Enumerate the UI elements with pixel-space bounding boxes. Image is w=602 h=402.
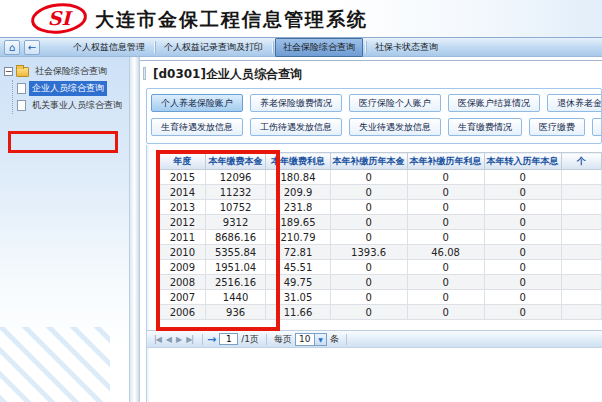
last-page-icon[interactable]: ▶| (186, 335, 193, 344)
tab[interactable]: 失业待遇发放信息 (349, 118, 441, 136)
per-page-select[interactable]: 10 ▼ (295, 333, 327, 346)
table-row[interactable]: 20082516.1649.75000 (160, 275, 602, 290)
table-cell: 0 (484, 200, 561, 215)
table-cell: 0 (407, 215, 484, 230)
table-cell: 2007 (160, 290, 206, 305)
table-cell: 0 (330, 185, 407, 200)
tab[interactable]: 医疗保险个人账户 (349, 94, 441, 112)
menu-item[interactable]: 社会保险综合查询 (275, 38, 363, 57)
sidebar-splitter[interactable] (129, 57, 140, 402)
menu-item[interactable]: 个人权益信息管理 (66, 39, 152, 56)
tree-root-node[interactable]: − 社会保险综合查询 (4, 63, 129, 80)
table-cell: 2010 (160, 245, 206, 260)
column-header[interactable]: 本年补缴历年本金 (330, 153, 407, 170)
per-page-label: 每页 (274, 333, 292, 346)
table-cell: 0 (330, 305, 407, 320)
table-cell: 0 (484, 260, 561, 275)
column-header[interactable]: 本年缴费利息 (266, 153, 330, 170)
table-cell: 12096 (205, 170, 266, 185)
table-row[interactable]: 200693611.66000 (160, 305, 602, 320)
table-cell: 2014 (160, 185, 206, 200)
table-cell: 49.75 (266, 275, 330, 290)
unit-label: 条 (330, 333, 339, 346)
tab[interactable]: 养老保险缴费情况 (250, 94, 342, 112)
table-cell: 11232 (205, 185, 266, 200)
table-row[interactable]: 201512096180.84000 (160, 170, 602, 185)
menu-divider (272, 41, 273, 53)
table-cell: 189.65 (266, 215, 330, 230)
menu-items: 个人权益信息管理个人权益记录查询及打印社会保险综合查询社保卡状态查询 (66, 38, 445, 56)
collapse-icon[interactable]: − (4, 67, 13, 76)
column-header[interactable]: 本年缴费本金 (205, 153, 266, 170)
table-cell: 2006 (160, 305, 206, 320)
tab[interactable]: 生育待遇发放信息 (151, 118, 243, 136)
column-header[interactable]: 年度 (160, 153, 206, 170)
column-header[interactable]: 本年补缴历年利息 (407, 153, 484, 170)
tab[interactable]: 退休养老金 (547, 94, 602, 112)
table-row[interactable]: 20105355.8472.811393.646.080 (160, 245, 602, 260)
table-cell: 0 (407, 290, 484, 305)
tab[interactable]: 个人养老保险账户 (151, 94, 243, 112)
table-row[interactable]: 20091951.0445.51000 (160, 260, 602, 275)
home-icon[interactable]: ⌂ (4, 40, 20, 55)
tab[interactable]: 医保账户结算情况 (448, 94, 540, 112)
menu-divider (365, 41, 366, 53)
table-cell (561, 305, 601, 320)
tree-item[interactable]: 机关事业人员综合查询 (17, 97, 129, 114)
pagination-bar: |◀ ◀ ▶ ▶| → /1页 每页 10 ▼ 条 (147, 330, 602, 348)
app-logo: SI (30, 2, 88, 35)
table-cell: 46.08 (407, 245, 484, 260)
go-to-page-icon[interactable]: → (207, 333, 216, 346)
table-cell: 0 (407, 275, 484, 290)
table-cell: 0 (484, 245, 561, 260)
tab-row-2: 生育待遇发放信息工伤待遇发放信息失业待遇发放信息生育缴费情况医疗缴费大病缴费失业… (151, 118, 601, 136)
table-cell: 8686.16 (205, 230, 266, 245)
menu-item[interactable]: 个人权益记录查询及打印 (157, 39, 270, 56)
next-page-icon[interactable]: ▶ (176, 335, 181, 344)
back-arrow-icon[interactable]: ← (24, 40, 40, 55)
table-cell (561, 290, 601, 305)
table-row[interactable]: 20129312189.65000 (160, 215, 602, 230)
tab[interactable]: 生育缴费情况 (448, 118, 522, 136)
table-cell: 180.84 (266, 170, 330, 185)
table-cell (561, 260, 601, 275)
table-cell (561, 200, 601, 215)
tree-item[interactable]: 企业人员综合查询 (17, 80, 129, 97)
table-cell: 2516.16 (205, 275, 266, 290)
table-cell (561, 215, 601, 230)
table-cell: 0 (330, 200, 407, 215)
column-header[interactable]: 本年转入历年本息 (484, 153, 561, 170)
prev-page-icon[interactable]: ◀ (166, 335, 171, 344)
tab-row-1: 个人养老保险账户养老保险缴费情况医疗保险个人账户医保账户结算情况退休养老金离退休… (151, 94, 601, 112)
first-page-icon[interactable]: |◀ (154, 335, 161, 344)
table-cell (561, 275, 601, 290)
table-cell (561, 185, 601, 200)
per-page-value: 10 (296, 334, 314, 344)
tree-root-label: 社会保险综合查询 (32, 64, 110, 79)
table-row[interactable]: 201310752231.8000 (160, 200, 602, 215)
table-cell: 1440 (205, 290, 266, 305)
table-cell: 10752 (205, 200, 266, 215)
app-header: SI 大连市金保工程信息管理系统 (0, 0, 602, 37)
column-header[interactable]: 个 (561, 153, 601, 170)
page-number-input[interactable] (219, 333, 238, 345)
panel-title: [d0301]企业人员综合查询 (153, 66, 302, 83)
table-cell: 0 (330, 170, 407, 185)
table-cell: 0 (484, 305, 561, 320)
tab[interactable]: 医疗缴费 (529, 118, 585, 136)
tab[interactable]: 工伤待遇发放信息 (250, 118, 342, 136)
table-cell: 0 (484, 275, 561, 290)
table-row[interactable]: 201411232209.9000 (160, 185, 602, 200)
table-row[interactable]: 20118686.16210.79000 (160, 230, 602, 245)
table-row[interactable]: 2007144031.05000 (160, 290, 602, 305)
tree-item-label: 企业人员综合查询 (29, 81, 107, 96)
table-cell: 0 (407, 260, 484, 275)
pager-divider (266, 334, 267, 345)
tab[interactable]: 大病缴费 (592, 118, 602, 136)
menu-item[interactable]: 社保卡状态查询 (368, 39, 445, 56)
document-icon (17, 83, 26, 94)
table-cell: 0 (330, 260, 407, 275)
pager-divider (202, 334, 203, 345)
table-cell: 936 (205, 305, 266, 320)
panel-grip (143, 67, 146, 80)
